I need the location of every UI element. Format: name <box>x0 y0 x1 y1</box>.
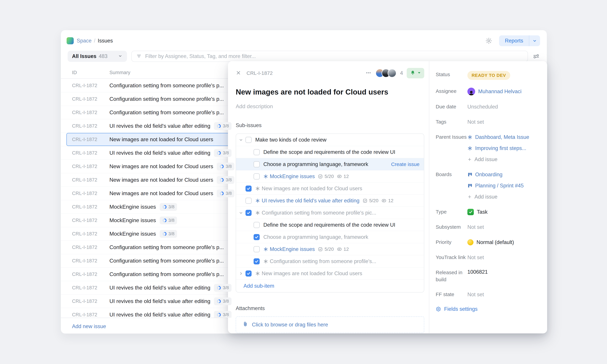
subissue-title[interactable]: UI revives the old field's value after e… <box>262 198 359 204</box>
gear-icon[interactable] <box>485 37 492 44</box>
subissue-title[interactable]: New images are not loaded for Cloud user… <box>262 185 362 192</box>
subissue-title[interactable]: MockEngine issues <box>270 246 315 252</box>
issue-row-summary: MockEngine issues <box>109 217 156 223</box>
issue-row-id: CRL-I-1872 <box>72 191 109 196</box>
add-board-button[interactable]: Add issue <box>467 193 524 201</box>
subissue-row[interactable]: Make two kinds of code review <box>236 134 424 146</box>
subissue-title[interactable]: Configuration setting from someone profi… <box>262 210 376 216</box>
issue-row-summary: UI revives the old field's value after e… <box>109 312 210 318</box>
breadcrumb-page: Issues <box>98 38 113 44</box>
ff-state-value[interactable]: Not set <box>467 292 484 298</box>
subissue-checkbox[interactable] <box>254 161 260 167</box>
subissue-row[interactable]: MockEngine issues 5/20 12 <box>236 243 424 255</box>
tags-value[interactable]: Not set <box>467 119 484 125</box>
subissues-heading: Sub-issues <box>236 122 424 129</box>
field-label: Due date <box>436 103 467 111</box>
progress-spinner-icon <box>162 232 167 236</box>
subissue-title[interactable]: Choose a programming language, framework <box>263 234 368 240</box>
watchers-avatars[interactable] <box>375 69 396 78</box>
subissue-title[interactable]: New images are not loaded for Cloud user… <box>262 271 362 276</box>
due-date-value[interactable]: Unscheduled <box>467 104 498 110</box>
expander-icon[interactable] <box>238 271 246 276</box>
board-link[interactable]: Onboarding <box>467 171 524 178</box>
subissue-checkbox[interactable] <box>254 149 260 155</box>
search-input[interactable]: Filter by Assignee, Status, Tag, and mor… <box>131 51 528 62</box>
subsystem-value[interactable]: Not set <box>467 224 484 230</box>
subissue-title[interactable]: Define the scope and requirements of the… <box>263 149 395 155</box>
status-badge[interactable]: READY TO DEV <box>467 71 510 80</box>
subtask-icon <box>263 247 268 252</box>
column-id[interactable]: ID <box>72 70 109 75</box>
subissue-checkbox[interactable] <box>246 137 251 143</box>
create-issue-link[interactable]: Create issue <box>391 161 420 167</box>
issue-id: CRL-I-1872 <box>247 70 273 76</box>
add-new-issue-link[interactable]: Add new issue <box>72 323 106 329</box>
reports-button[interactable]: Reports <box>499 35 540 46</box>
subissue-checkbox[interactable] <box>254 173 260 180</box>
close-icon[interactable] <box>236 70 241 76</box>
subissue-checkbox[interactable] <box>254 258 260 264</box>
subissue-row[interactable]: MockEngine issues 5/20 12 <box>236 170 424 182</box>
subissue-title[interactable]: Choose a programming language, framework <box>263 161 368 167</box>
issue-row-summary: UI revives the old field's value after e… <box>109 150 210 156</box>
subissue-checkbox[interactable] <box>246 185 251 192</box>
circle-emoji-icon <box>467 239 474 245</box>
subissue-row[interactable]: Define the scope and requirements of the… <box>236 146 424 158</box>
subissue-row[interactable]: New images are not loaded for Cloud user… <box>236 267 424 279</box>
subissue-row[interactable]: New images are not loaded for Cloud user… <box>236 182 424 195</box>
issue-row-summary: Configuration setting from someone profi… <box>109 258 224 264</box>
youtrack-link-value[interactable]: Not set <box>467 254 484 260</box>
subissue-row[interactable]: Choose a programming language, framework <box>236 231 424 243</box>
priority-value[interactable]: Normal (default) <box>476 239 514 245</box>
scope-count: 483 <box>99 53 107 59</box>
subissue-title[interactable]: MockEngine issues <box>270 173 315 180</box>
fields-settings-link[interactable]: Fields settings <box>436 306 542 312</box>
subissue-checkbox[interactable] <box>254 246 260 252</box>
progress-badge: 3/8 <box>217 163 234 170</box>
detail-header: CRL-I-1872 4 <box>236 68 424 78</box>
subissue-checkbox[interactable] <box>246 271 251 276</box>
field-label: Released in build <box>436 269 467 283</box>
type-value[interactable]: Task <box>477 209 488 215</box>
subissue-checkbox[interactable] <box>246 198 251 204</box>
subissue-row[interactable]: Configuration setting from someone profi… <box>236 207 424 219</box>
subtask-icon <box>263 259 268 264</box>
subissue-title[interactable]: Make two kinds of code review <box>255 137 326 143</box>
add-subitem-row[interactable]: Add sub-item <box>236 279 424 292</box>
check-square-icon <box>318 174 323 179</box>
released-in-build-value[interactable]: 1006821 <box>467 269 488 275</box>
notifications-button[interactable] <box>407 68 424 78</box>
chevron-down-icon[interactable] <box>529 38 540 43</box>
sliders-icon[interactable] <box>532 52 540 60</box>
subtask-icon <box>255 186 260 191</box>
add-subitem-link[interactable]: Add sub-item <box>243 283 274 289</box>
board-link[interactable]: Planning / Sprint #45 <box>467 182 524 189</box>
attachments-dropzone[interactable]: Click to browse or drag files here <box>236 316 424 333</box>
subissue-row[interactable]: Choose a programming language, framework… <box>236 158 424 170</box>
more-icon[interactable] <box>365 69 372 77</box>
subissue-title[interactable]: Configuration setting from someone profi… <box>270 258 376 264</box>
expander-icon[interactable] <box>238 137 246 143</box>
column-summary[interactable]: Summary <box>109 70 130 75</box>
field-label: YouTrack link <box>436 254 467 261</box>
subissue-title[interactable]: Define the scope and requirements of the… <box>263 222 395 228</box>
subissue-row[interactable]: UI revives the old field's value after e… <box>236 195 424 207</box>
subissue-meta: 5/20 12 <box>363 198 394 203</box>
scope-select[interactable]: All Issues 483 <box>68 51 127 62</box>
issue-title[interactable]: New images are not loaded for Cloud user… <box>236 88 424 96</box>
parent-issue-link[interactable]: Improving first steps... <box>467 144 529 152</box>
description-placeholder[interactable]: Add description <box>236 103 424 110</box>
subissue-checkbox[interactable] <box>254 222 260 228</box>
issue-row-id: CRL-I-1872 <box>72 110 109 115</box>
add-parent-issue-button[interactable]: Add issue <box>467 156 529 163</box>
assignee-link[interactable]: Muhannad Helvaci <box>478 89 522 94</box>
subissue-checkbox[interactable] <box>246 210 251 216</box>
parent-issue-link[interactable]: Dashboard, Meta Issue <box>467 133 529 141</box>
subissue-row[interactable]: Define the scope and requirements of the… <box>236 219 424 231</box>
breadcrumb-space[interactable]: Space <box>77 38 92 44</box>
subissue-row[interactable]: Configuration setting from someone profi… <box>236 255 424 267</box>
avatar <box>388 69 396 78</box>
expander-icon[interactable] <box>238 210 246 215</box>
subissue-checkbox[interactable] <box>254 234 260 240</box>
issue-row-summary: Configuration setting from someone profi… <box>109 109 224 116</box>
